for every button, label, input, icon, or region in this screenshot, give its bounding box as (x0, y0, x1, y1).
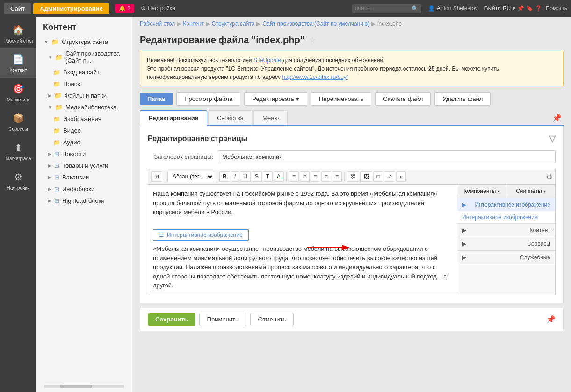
notification-icon: 🔔 (119, 5, 126, 12)
settings-menu[interactable]: ⚙ Настройки (136, 3, 180, 14)
save-button[interactable]: Сохранить (148, 313, 195, 326)
tree-item-fayly[interactable]: ▶ 📁 Файлы и папки (36, 90, 132, 101)
chevron-down-icon: ▶ (462, 201, 466, 208)
clear-format-button[interactable]: T (263, 171, 273, 182)
layers-icon: 📦 (12, 112, 25, 125)
align-left-btn[interactable]: ≡ (311, 171, 320, 182)
snippets-tab-btn[interactable]: Сниппеты ▾ (506, 185, 555, 198)
align-center-btn[interactable]: ≡ (321, 171, 331, 182)
language-selector[interactable]: RU ▾ (503, 5, 515, 12)
collapse-icon[interactable]: ▽ (549, 134, 556, 144)
notification-badge[interactable]: 🔔 2 (115, 4, 134, 13)
sidebar-item-servisy[interactable]: 📦 Сервисы (0, 107, 36, 136)
buy-link[interactable]: http://www.1c-bitrix.ru/buy/ (282, 74, 348, 80)
image-btn[interactable]: 🖼 (360, 171, 372, 182)
apply-button[interactable]: Применить (199, 313, 246, 326)
sidebar-section-header-sluzhebnyye[interactable]: ▶ Служебные (457, 251, 555, 264)
download-button[interactable]: Скачать файл (375, 92, 431, 106)
unordered-list-btn[interactable]: ≡ (300, 171, 310, 182)
help-button[interactable]: ❓ Помощь (535, 5, 567, 12)
preview-button[interactable]: Просмотр файла (176, 92, 240, 106)
bookmark-button[interactable]: 🔖 (526, 5, 533, 12)
tab-redaktirovanie[interactable]: Редактирование (140, 110, 207, 126)
link-btn[interactable]: ⛓ (347, 171, 359, 182)
page-title-input[interactable] (218, 150, 556, 163)
tab-menyu[interactable]: Меню (253, 110, 288, 125)
breadcrumb-rabochiy-stol[interactable]: Рабочий стол (140, 21, 175, 27)
user-icon: 👤 (428, 5, 435, 12)
component-insert-btn[interactable]: Интерактивное изображение (153, 229, 249, 241)
edit-button[interactable]: Редактировать ▾ (244, 92, 307, 106)
sidebar-section-header-kontent[interactable]: ▶ Контент (457, 224, 555, 237)
pin-icon[interactable]: 📌 (552, 114, 564, 122)
chevron-right-icon: ▶ (48, 186, 51, 192)
tree-item-video[interactable]: 📁 Видео (36, 125, 132, 136)
sidebar-item-marketing[interactable]: 🎯 Маркетинг (0, 78, 36, 107)
tree-item-poisk[interactable]: 📁 Поиск (36, 78, 132, 90)
sidebar-section-header-interactive[interactable]: ▶ Интерактивное изображение (457, 198, 555, 211)
breadcrumb-struktura[interactable]: Структура сайта (212, 21, 255, 27)
tree-item-audio[interactable]: 📁 Аудио (36, 136, 132, 148)
pin-button[interactable]: 📌 (517, 5, 524, 12)
folder-icon: 📁 (53, 116, 60, 122)
user-menu[interactable]: 👤 Anton Shelestov (423, 5, 482, 12)
align-right-btn[interactable]: ≡ (332, 171, 342, 182)
editor-text-area[interactable]: Наша компания существует на Российском р… (148, 184, 457, 295)
tree-item-mediabib[interactable]: ▼ 📁 Медиабиблиотека (36, 101, 132, 113)
tabs-bar: Редактирование Свойства Меню 📌 (140, 110, 564, 126)
sidebar-item-rabochiy-stol[interactable]: 🏠 Рабочий стол (0, 19, 36, 48)
sidebar-item-kontent[interactable]: 📄 Контент (0, 48, 36, 78)
sidebar-section-item-interactive[interactable]: Интерактивное изображение (457, 211, 555, 223)
sidebar-icons: 🏠 Рабочий стол 📄 Контент 🎯 Маркетинг 📦 С… (0, 17, 36, 392)
chevron-down-icon: ▾ (296, 95, 299, 102)
rename-button[interactable]: Переименовать (311, 92, 371, 106)
sidebar-tabs: Компоненты ▾ Сниппеты ▾ (457, 185, 555, 198)
tree-item-highload[interactable]: ▶ ⊞ Highload-блоки (36, 195, 132, 207)
tree-item-vhod[interactable]: 📁 Вход на сайт (36, 66, 132, 78)
italic-button[interactable]: I (231, 171, 239, 182)
sidebar-item-marketplace[interactable]: ⬆ Marketplace (0, 136, 36, 166)
tree-item-infobloky[interactable]: ▶ ⊞ Инфоблоки (36, 183, 132, 195)
tree-item-images[interactable]: 📁 Изображения (36, 113, 132, 125)
media-btn[interactable]: □ (373, 171, 383, 182)
tree-item-vakansii[interactable]: ▶ ⊞ Вакансии (36, 171, 132, 183)
strikethrough-button[interactable]: S (252, 171, 262, 182)
sidebar-section-servisy: ▶ Сервисы (457, 237, 555, 251)
admin-tab[interactable]: Администрирование (33, 3, 109, 14)
sidebar-section-kontent: ▶ Контент (457, 224, 555, 237)
tree-item-sayt[interactable]: ▼ 📁 Сайт производства (Сайт п... (36, 48, 132, 66)
delete-button[interactable]: Удалить файл (434, 92, 491, 106)
sidebar-section-header-servisy[interactable]: ▶ Сервисы (457, 237, 555, 250)
paragraph-select[interactable]: Абзац (тег... (167, 171, 214, 182)
sidebar-item-nastroyki[interactable]: ⚙ Настройки (0, 166, 36, 195)
more-btn[interactable]: » (396, 171, 406, 182)
pin-icon[interactable]: 📌 (546, 315, 556, 324)
components-tab-btn[interactable]: Компоненты ▾ (457, 185, 506, 198)
chevron-down-icon: ▼ (48, 105, 52, 110)
fullscreen-btn[interactable]: ⤢ (384, 171, 395, 182)
favorite-star-icon[interactable]: ☆ (309, 36, 316, 44)
tree-item-novosti[interactable]: ▶ ⊞ Новости (36, 148, 132, 160)
search-input[interactable] (355, 5, 411, 12)
ordered-list-btn[interactable]: ≡ (289, 171, 299, 182)
tree-item-struktura[interactable]: ▼ 📁 Структура сайта (36, 36, 132, 48)
tree-item-tovary[interactable]: ▶ ⊞ Товары и услуги (36, 160, 132, 171)
editor-area-wrapper: Наша компания существует на Российском р… (148, 184, 556, 295)
wysiwyg-table-btn[interactable]: ⊞ (151, 171, 162, 182)
cancel-button[interactable]: Отменить (250, 313, 294, 326)
folder-button[interactable]: Папка (140, 93, 173, 105)
tab-svoystva[interactable]: Свойства (208, 110, 253, 125)
breadcrumb-kontent[interactable]: Контент (183, 21, 203, 27)
tree-scrollbar[interactable] (44, 385, 124, 388)
siteupdate-link[interactable]: SiteUpdate (253, 57, 281, 64)
font-color-button[interactable]: A (274, 171, 284, 182)
bold-button[interactable]: B (219, 171, 230, 182)
breadcrumb-sayt[interactable]: Сайт производства (Сайт по умолчанию) (262, 21, 369, 27)
chevron-down-icon: ▼ (48, 55, 52, 60)
wysiwyg-settings-icon[interactable]: ⚙ (546, 172, 552, 181)
logout-button[interactable]: Выйти (484, 5, 501, 12)
chevron-right-icon: ▶ (462, 241, 466, 247)
site-tab[interactable]: Сайт (4, 3, 31, 14)
underline-button[interactable]: U (240, 171, 251, 182)
folder-icon: 📁 (51, 38, 59, 45)
